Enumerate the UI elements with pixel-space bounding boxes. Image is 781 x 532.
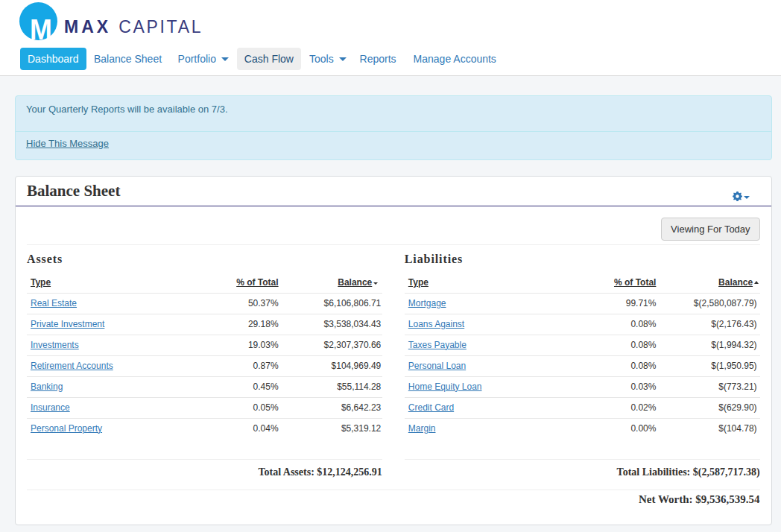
svg-text:M: M (30, 13, 52, 46)
